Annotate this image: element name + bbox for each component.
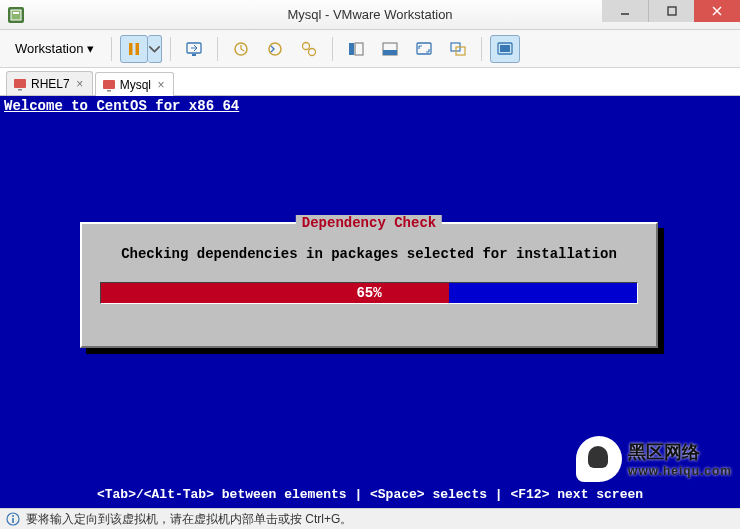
status-text: 要将输入定向到该虚拟机，请在虚拟机内部单击或按 Ctrl+G。 <box>26 511 352 528</box>
window-controls <box>602 0 740 22</box>
unity-mode-button[interactable] <box>443 35 473 63</box>
chevron-down-icon: ▾ <box>87 41 94 56</box>
snapshot-manager-button[interactable] <box>294 35 324 63</box>
info-icon <box>6 512 20 526</box>
welcome-text: Welcome to CentOS for x86_64 <box>4 98 239 114</box>
watermark-logo-icon <box>576 436 622 482</box>
close-icon[interactable]: × <box>74 78 86 90</box>
progress-label: 65% <box>101 283 637 303</box>
tab-mysql[interactable]: Mysql × <box>95 72 174 96</box>
svg-rect-0 <box>11 10 21 20</box>
svg-rect-23 <box>500 45 510 52</box>
tab-label: Mysql <box>120 78 151 92</box>
svg-rect-3 <box>668 7 676 15</box>
maximize-button[interactable] <box>648 0 694 22</box>
svg-rect-24 <box>14 79 26 88</box>
svg-line-14 <box>308 48 310 50</box>
dialog-message: Checking dependencies in packages select… <box>82 246 656 262</box>
send-ctrl-alt-del-button[interactable] <box>179 35 209 63</box>
pause-vm-dropdown[interactable] <box>148 35 162 63</box>
svg-rect-15 <box>349 43 354 55</box>
console-view-button[interactable] <box>490 35 520 63</box>
minimize-button[interactable] <box>602 0 648 22</box>
svg-rect-18 <box>383 50 397 55</box>
svg-point-29 <box>12 515 14 517</box>
watermark: 黑区网络 www.heiqu.com <box>576 436 732 482</box>
toolbar-separator <box>481 37 482 61</box>
vm-icon <box>13 77 27 91</box>
show-library-button[interactable] <box>341 35 371 63</box>
svg-rect-6 <box>129 43 133 55</box>
help-text: <Tab>/<Alt-Tab> between elements | <Spac… <box>0 487 740 502</box>
workstation-menu[interactable]: Workstation ▾ <box>6 37 103 60</box>
watermark-line1: 黑区网络 <box>628 440 732 464</box>
workstation-menu-label: Workstation <box>15 41 83 56</box>
tab-strip: RHEL7 × Mysql × <box>0 68 740 96</box>
progress-bar: 65% <box>100 282 638 304</box>
tab-label: RHEL7 <box>31 77 70 91</box>
close-button[interactable] <box>694 0 740 22</box>
app-icon <box>8 7 24 23</box>
dependency-check-dialog: Dependency Check Checking dependencies i… <box>80 222 658 348</box>
watermark-line2: www.heiqu.com <box>628 464 732 478</box>
dialog-title: Dependency Check <box>296 215 442 231</box>
svg-rect-26 <box>103 80 115 89</box>
svg-rect-30 <box>12 518 14 523</box>
svg-rect-1 <box>13 12 19 14</box>
status-bar: 要将输入定向到该虚拟机，请在虚拟机内部单击或按 Ctrl+G。 <box>0 508 740 529</box>
toolbar-separator <box>170 37 171 61</box>
window-titlebar: Mysql - VMware Workstation <box>0 0 740 30</box>
snapshot-take-button[interactable] <box>226 35 256 63</box>
show-thumbnails-button[interactable] <box>375 35 405 63</box>
svg-point-11 <box>269 43 281 55</box>
fullscreen-button[interactable] <box>409 35 439 63</box>
toolbar-separator <box>217 37 218 61</box>
snapshot-revert-button[interactable] <box>260 35 290 63</box>
svg-rect-25 <box>18 89 22 91</box>
vm-icon <box>102 78 116 92</box>
svg-rect-16 <box>355 43 363 55</box>
svg-rect-9 <box>192 54 196 56</box>
vm-console[interactable]: Welcome to CentOS for x86_64 Dependency … <box>0 96 740 508</box>
svg-rect-27 <box>107 90 111 92</box>
toolbar-separator <box>111 37 112 61</box>
main-toolbar: Workstation ▾ <box>0 30 740 68</box>
pause-vm-button[interactable] <box>120 35 148 63</box>
svg-rect-7 <box>136 43 140 55</box>
close-icon[interactable]: × <box>155 79 167 91</box>
toolbar-separator <box>332 37 333 61</box>
tab-rhel7[interactable]: RHEL7 × <box>6 71 93 95</box>
